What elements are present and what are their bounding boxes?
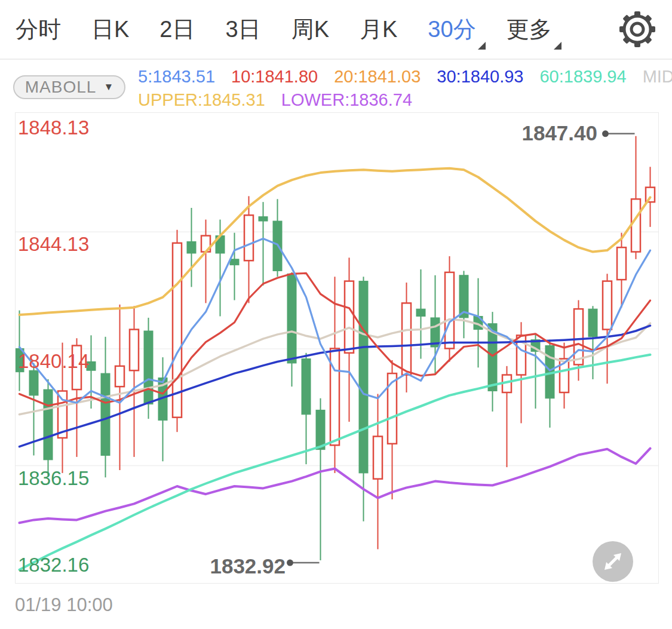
low-price-annotation: 1832.92: [207, 554, 286, 578]
tab-周K[interactable]: 周K: [291, 14, 329, 45]
chart-canvas[interactable]: [16, 113, 658, 583]
candle-up: [373, 437, 382, 479]
legend-60: 60:1839.94: [539, 67, 626, 87]
candle-up: [345, 281, 354, 353]
tab-3日[interactable]: 3日: [226, 14, 261, 45]
candle-down: [101, 373, 110, 455]
y-axis-label: 1848.13: [18, 116, 89, 139]
candle-up: [603, 281, 612, 330]
chevron-down-icon: ▼: [103, 81, 113, 93]
candle-up: [617, 247, 626, 280]
legend-30: 30:1840.93: [437, 67, 523, 87]
legend-20: 20:1841.03: [334, 67, 421, 87]
legend-lower: LOWER:1836.74: [281, 90, 412, 110]
candle-down: [187, 241, 196, 253]
candle-up: [631, 199, 640, 251]
candle-down: [316, 410, 325, 449]
tab-2日[interactable]: 2日: [159, 14, 195, 45]
candle-up: [402, 303, 411, 375]
candle-up: [115, 366, 124, 386]
chart-area[interactable]: 1848.13 1844.13 1840.14 1836.15 1832.16: [15, 112, 659, 584]
high-price-annotation: 1847.40: [510, 121, 597, 145]
gear-icon: [618, 10, 656, 48]
low-pointer-dot: [287, 560, 293, 566]
candle-up: [244, 215, 253, 260]
tab-更多[interactable]: 更多: [507, 14, 552, 45]
tab-30分[interactable]: 30分: [428, 14, 475, 45]
candle-down: [230, 259, 239, 265]
caret-down-icon: [554, 42, 561, 50]
candle-down: [302, 359, 311, 415]
tab-月K[interactable]: 月K: [360, 14, 397, 45]
ma-legend-row: 5:1843.5110:1841.8020:1841.0330:1840.936…: [138, 67, 672, 87]
candle-up: [388, 373, 397, 444]
candle-down: [44, 389, 53, 460]
tab-分时[interactable]: 分时: [16, 14, 61, 45]
legend-upper: UPPER:1845.31: [138, 90, 265, 110]
legend-10: 10:1841.80: [231, 67, 318, 87]
y-axis-label: 1844.13: [18, 233, 89, 256]
caret-down-icon: [478, 42, 486, 50]
candle-down: [144, 331, 153, 404]
candle-up: [445, 272, 454, 349]
boll-legend-row: UPPER:1845.31LOWER:1836.74: [138, 90, 412, 110]
indicator-selector-label: MABOLL: [25, 78, 97, 97]
candle-up: [574, 309, 583, 364]
y-axis-label: 1832.16: [18, 554, 89, 576]
period-tab-bar: 分时日K2日3日周K月K30分更多: [0, 0, 672, 60]
candle-down: [287, 274, 296, 363]
fullscreen-button[interactable]: [593, 541, 633, 582]
high-pointer-dot: [602, 130, 609, 137]
candle-down: [588, 309, 597, 337]
candle-down: [259, 217, 268, 221]
candle-down: [29, 370, 38, 395]
x-axis-label: 01/19 10:00: [15, 594, 113, 616]
legend-mid: MID:1841.03: [643, 67, 672, 87]
legend-5: 5:1843.51: [138, 67, 215, 87]
tab-日K[interactable]: 日K: [91, 14, 129, 45]
settings-button[interactable]: [618, 10, 656, 48]
y-axis-label: 1840.14: [18, 350, 89, 373]
y-axis-label: 1836.15: [18, 467, 89, 490]
candle-down: [359, 281, 368, 473]
indicator-selector[interactable]: MABOLL ▼: [13, 75, 125, 99]
expand-icon: [593, 541, 633, 582]
candle-up: [130, 330, 139, 371]
candle-down: [416, 309, 425, 316]
app: 分时日K2日3日周K月K30分更多 MABOLL ▼ 5:1843.: [0, 0, 672, 629]
